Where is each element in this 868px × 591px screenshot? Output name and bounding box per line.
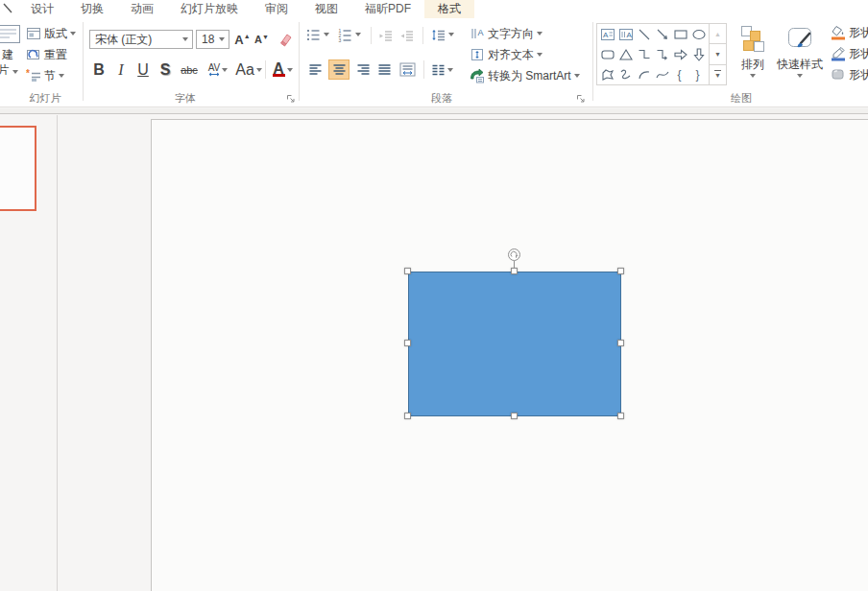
change-case-caret-icon: [256, 68, 262, 72]
resize-handle-top-left[interactable]: [404, 268, 411, 274]
gallery-more-button[interactable]: ▼: [710, 65, 726, 84]
font-color-button[interactable]: A: [270, 59, 295, 80]
main-area: [0, 115, 868, 591]
arc-shape-icon[interactable]: [636, 66, 653, 83]
rectangle-shape-icon[interactable]: [672, 26, 689, 43]
decrease-indent-button[interactable]: [376, 26, 395, 45]
bullets-button[interactable]: [303, 26, 328, 43]
font-size-value: 18: [202, 33, 214, 46]
right-brace-shape-icon[interactable]: }: [690, 66, 708, 83]
change-case-button[interactable]: Aa: [235, 59, 262, 80]
resize-handle-middle-left[interactable]: [404, 340, 411, 346]
text-direction-button[interactable]: A 文字方向: [467, 25, 545, 42]
clear-formatting-button[interactable]: [276, 30, 295, 49]
shape-effects-icon: [831, 67, 846, 83]
elbow-arrow-connector-shape-icon[interactable]: [654, 46, 671, 63]
align-text-icon: [470, 47, 485, 62]
font-name-combo[interactable]: 宋体 (正文): [89, 30, 193, 49]
bold-button[interactable]: B: [89, 59, 108, 80]
rotation-handle-stem: [514, 261, 515, 269]
gallery-scroll-up-button[interactable]: ▲: [710, 24, 726, 44]
vertical-text-box-shape-icon[interactable]: A: [617, 26, 635, 43]
align-center-button[interactable]: [328, 59, 350, 80]
justify-button[interactable]: [374, 59, 395, 80]
rounded-rectangle-shape-icon[interactable]: [599, 46, 616, 63]
layout-caret-icon: [70, 32, 76, 35]
layout-label: 版式: [44, 26, 67, 42]
resize-handle-bottom-left[interactable]: [404, 413, 411, 419]
shape-fill-label: 形状: [849, 25, 868, 41]
shape-outline-icon: [831, 46, 846, 61]
strikethrough-button[interactable]: abc: [177, 59, 202, 80]
italic-button[interactable]: I: [111, 59, 131, 80]
slides-panel-divider[interactable]: [57, 115, 58, 591]
layout-button[interactable]: 版式: [23, 25, 79, 42]
section-button[interactable]: * 节: [23, 67, 67, 84]
line-spacing-button[interactable]: [428, 26, 455, 43]
curve-shape-icon[interactable]: [654, 66, 671, 83]
drawing-group-label: 绘图: [712, 91, 770, 106]
reset-button[interactable]: 重置: [23, 46, 70, 63]
align-right-button[interactable]: [352, 59, 374, 80]
shrink-font-button[interactable]: A▼: [253, 30, 271, 49]
scribble-shape-icon[interactable]: [617, 66, 635, 83]
rotation-handle[interactable]: [508, 248, 520, 261]
triangle-shape-icon[interactable]: [617, 46, 635, 63]
arrange-button[interactable]: 排列: [733, 23, 773, 102]
left-brace-shape-icon[interactable]: {: [672, 66, 689, 83]
columns-button[interactable]: [428, 59, 455, 80]
font-size-combo[interactable]: 18: [196, 30, 229, 49]
tab-animations[interactable]: 动画: [117, 0, 167, 18]
character-spacing-button[interactable]: AV: [204, 59, 232, 80]
resize-handle-middle-right[interactable]: [617, 340, 624, 346]
clipped-tab-fragment: [0, 0, 17, 18]
strikethrough-label: abc: [181, 64, 198, 76]
quick-styles-button[interactable]: 快速样式: [774, 23, 826, 102]
text-box-shape-icon[interactable]: A: [599, 26, 616, 43]
line-shape-icon[interactable]: [636, 26, 653, 43]
bullets-icon: [306, 28, 321, 42]
text-shadow-button[interactable]: S: [156, 59, 175, 80]
distribute-text-button[interactable]: [396, 59, 419, 80]
resize-handle-bottom-middle[interactable]: [511, 413, 518, 419]
right-arrow-shape-icon[interactable]: [672, 46, 689, 63]
tab-design[interactable]: 设计: [17, 0, 67, 18]
tab-view[interactable]: 视图: [301, 0, 351, 18]
shape-fill-button[interactable]: 形状: [828, 24, 868, 41]
tab-review[interactable]: 审阅: [252, 0, 301, 18]
oval-shape-icon[interactable]: [690, 26, 708, 43]
numbering-button[interactable]: 123: [335, 26, 362, 43]
text-direction-icon: A: [470, 26, 485, 41]
underline-button[interactable]: U: [133, 59, 153, 80]
svg-text:*: *: [26, 68, 30, 79]
elbow-connector-shape-icon[interactable]: [636, 46, 653, 63]
ribbon: 建 片 版式 重置 * 节 幻灯片 宋体 (正文) 18 A▲: [0, 18, 868, 107]
arrow-shape-icon[interactable]: [654, 26, 671, 43]
increase-indent-button[interactable]: [398, 26, 416, 45]
resize-handle-top-middle[interactable]: [511, 268, 518, 274]
align-left-button[interactable]: [304, 59, 326, 80]
tab-foxit-pdf[interactable]: 福昕PDF: [351, 0, 424, 18]
shapes-gallery-grid: AA{}: [597, 24, 709, 84]
align-text-button[interactable]: 对齐文本: [467, 46, 545, 63]
resize-handle-top-right[interactable]: [617, 268, 624, 274]
distribute-text-icon: [399, 62, 416, 77]
shapes-gallery-scrollbar: ▲ ▼ ▼: [709, 24, 726, 84]
slide-thumbnail-selected[interactable]: [0, 126, 36, 211]
underline-label: U: [137, 61, 149, 79]
tab-slideshow[interactable]: 幻灯片放映: [167, 0, 252, 18]
shape-outline-button[interactable]: 形状: [828, 45, 868, 62]
tab-format-active[interactable]: 格式: [424, 0, 474, 18]
tab-transitions[interactable]: 切换: [67, 0, 117, 18]
shape-effects-button[interactable]: 形状: [828, 66, 868, 83]
gallery-scroll-down-button[interactable]: ▼: [710, 44, 726, 64]
selected-rectangle-shape[interactable]: [408, 272, 621, 416]
down-arrow-shape-icon[interactable]: [690, 46, 708, 63]
new-slide-caret-icon: [12, 70, 18, 74]
paragraph-dialog-launcher[interactable]: [576, 94, 586, 104]
convert-smartart-button[interactable]: 转换为 SmartArt: [467, 67, 583, 84]
resize-handle-bottom-right[interactable]: [617, 413, 624, 419]
font-dialog-launcher[interactable]: [286, 94, 296, 104]
grow-font-button[interactable]: A▲: [233, 30, 252, 49]
freeform-shape-icon[interactable]: [599, 66, 616, 83]
